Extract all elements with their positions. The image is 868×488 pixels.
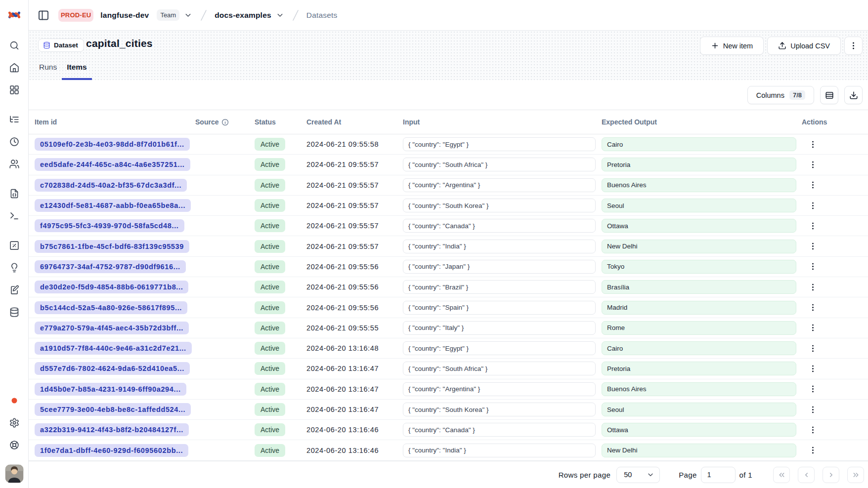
- row-height-button[interactable]: [820, 86, 838, 104]
- item-id-pill[interactable]: c702838d-24d5-40a2-bf35-67dc3a3df...: [35, 179, 187, 192]
- users-icon[interactable]: [9, 159, 19, 169]
- breadcrumb-section[interactable]: Datasets: [306, 11, 338, 20]
- annotation-pen-icon[interactable]: [9, 285, 19, 295]
- expected-output-cell[interactable]: Seoul: [602, 199, 796, 212]
- expected-output-cell[interactable]: Buenos Aires: [602, 178, 796, 192]
- row-actions-kebab-button[interactable]: [806, 423, 819, 436]
- breadcrumb-project-name[interactable]: docs-examples: [215, 11, 271, 20]
- expected-output-cell[interactable]: Brasília: [602, 280, 796, 294]
- item-id-pill[interactable]: f4975c95-5fc3-4939-970d-58fa5cd48...: [35, 219, 184, 232]
- expected-output-cell[interactable]: Seoul: [602, 403, 796, 416]
- datasets-database-icon[interactable]: [9, 307, 19, 318]
- header-kebab-menu-button[interactable]: [844, 37, 863, 55]
- item-id-pill[interactable]: a1910d57-7f84-440c-9e46-a31c2d7e21...: [35, 342, 192, 355]
- playground-terminal-icon[interactable]: [9, 211, 19, 221]
- input-cell[interactable]: { "country": "Argentina" }: [403, 178, 596, 192]
- item-id-pill[interactable]: a322b319-9412-4f43-b8f2-b20484127f...: [35, 423, 189, 436]
- item-id-pill[interactable]: de30d2e0-f5d9-4854-88b6-0619771b8...: [35, 281, 188, 293]
- new-item-button[interactable]: New item: [700, 37, 764, 55]
- item-id-pill[interactable]: d557e7d6-7802-4624-9da6-52d410ea5...: [35, 362, 190, 375]
- previous-page-button[interactable]: [798, 467, 815, 483]
- row-actions-kebab-button[interactable]: [806, 199, 819, 212]
- first-page-button[interactable]: [773, 467, 790, 483]
- item-id-pill[interactable]: e779a270-579a-4f45-aec4-35b72d3bff...: [35, 322, 189, 334]
- evaluation-icon[interactable]: [9, 241, 19, 251]
- dashboard-icon[interactable]: [9, 85, 19, 95]
- row-actions-kebab-button[interactable]: [806, 260, 819, 273]
- row-actions-kebab-button[interactable]: [806, 240, 819, 253]
- col-header-status[interactable]: Status: [255, 118, 306, 126]
- row-actions-kebab-button[interactable]: [806, 342, 819, 355]
- item-id-pill[interactable]: b5c144cd-52a5-4a80-926e-58617f895...: [35, 301, 187, 314]
- expected-output-cell[interactable]: Pretoria: [602, 362, 796, 375]
- row-actions-kebab-button[interactable]: [806, 138, 819, 151]
- next-page-button[interactable]: [823, 467, 839, 483]
- col-header-source[interactable]: Source: [195, 118, 255, 126]
- input-cell[interactable]: { "country": "Spain" }: [403, 301, 596, 315]
- row-actions-kebab-button[interactable]: [806, 301, 819, 314]
- item-id-pill[interactable]: 1d45b0e7-b85a-4231-9149-6ff90a294...: [35, 383, 186, 396]
- input-cell[interactable]: { "country": "India" }: [403, 444, 596, 457]
- project-switcher-chevron-icon[interactable]: [276, 11, 284, 19]
- col-header-item-id[interactable]: Item id: [35, 118, 195, 126]
- item-id-pill[interactable]: 05109ef0-2e3b-4e03-98dd-8f7d01b61f...: [35, 138, 190, 151]
- expected-output-cell[interactable]: Ottawa: [602, 423, 796, 437]
- breadcrumb-org-name[interactable]: langfuse-dev: [100, 11, 149, 20]
- row-actions-kebab-button[interactable]: [806, 158, 819, 171]
- item-id-pill[interactable]: 5cee7779-3e00-4eb8-be8c-1affedd524...: [35, 403, 191, 416]
- item-id-pill[interactable]: 1f0e7da1-dbff-4e60-929d-f6095602bb...: [35, 444, 188, 457]
- input-cell[interactable]: { "country": "Egypt" }: [403, 341, 596, 355]
- sidebar-toggle-icon[interactable]: [38, 9, 49, 21]
- expected-output-cell[interactable]: Cairo: [602, 341, 796, 355]
- last-page-button[interactable]: [847, 467, 864, 483]
- item-id-pill[interactable]: eed5dafe-244f-465c-a84c-4a6e357251...: [35, 158, 190, 171]
- input-cell[interactable]: { "country": "India" }: [403, 240, 596, 253]
- item-id-pill[interactable]: b75c7861-1fbe-45cf-bdf6-83f139c95539: [35, 240, 189, 253]
- tab-items[interactable]: Items: [62, 61, 92, 80]
- row-actions-kebab-button[interactable]: [806, 383, 819, 396]
- expected-output-cell[interactable]: Tokyo: [602, 260, 796, 274]
- row-actions-kebab-button[interactable]: [806, 403, 819, 416]
- row-actions-kebab-button[interactable]: [806, 322, 819, 334]
- item-id-pill[interactable]: e12430df-5e81-4687-aabb-f0ea65be8a...: [35, 199, 191, 212]
- col-header-created-at[interactable]: Created At: [306, 118, 403, 126]
- input-cell[interactable]: { "country": "Canada" }: [403, 219, 596, 233]
- sessions-clock-icon[interactable]: [9, 137, 19, 147]
- input-cell[interactable]: { "country": "South Africa" }: [403, 362, 596, 375]
- expected-output-cell[interactable]: New Delhi: [602, 240, 796, 253]
- row-actions-kebab-button[interactable]: [806, 362, 819, 375]
- settings-gear-icon[interactable]: [9, 418, 19, 428]
- support-lifebuoy-icon[interactable]: [9, 440, 19, 450]
- tracing-icon[interactable]: [9, 115, 19, 125]
- input-cell[interactable]: { "country": "South Korea" }: [403, 403, 596, 416]
- row-actions-kebab-button[interactable]: [806, 219, 819, 232]
- tab-runs[interactable]: Runs: [34, 61, 62, 80]
- col-header-expected-output[interactable]: Expected Output: [602, 118, 802, 126]
- row-actions-kebab-button[interactable]: [806, 444, 819, 457]
- notification-dot[interactable]: [11, 398, 17, 404]
- columns-button[interactable]: Columns 7/8: [747, 86, 814, 104]
- prompts-file-icon[interactable]: [9, 189, 19, 199]
- expected-output-cell[interactable]: New Delhi: [602, 444, 796, 457]
- input-cell[interactable]: { "country": "Egypt" }: [403, 137, 596, 151]
- langfuse-logo-icon[interactable]: [7, 9, 21, 21]
- input-cell[interactable]: { "country": "Argentina" }: [403, 382, 596, 396]
- search-icon[interactable]: [9, 41, 19, 51]
- insights-lightbulb-icon[interactable]: [9, 263, 19, 273]
- expected-output-cell[interactable]: Buenos Aires: [602, 382, 796, 396]
- user-avatar[interactable]: [5, 465, 23, 483]
- rows-per-page-select[interactable]: 50: [616, 467, 660, 483]
- input-cell[interactable]: { "country": "South Korea" }: [403, 199, 596, 212]
- item-id-pill[interactable]: 69764737-34af-4752-9787-d90df9616...: [35, 260, 186, 273]
- input-cell[interactable]: { "country": "Canada" }: [403, 423, 596, 437]
- input-cell[interactable]: { "country": "Japan" }: [403, 260, 596, 274]
- col-header-input[interactable]: Input: [403, 118, 602, 126]
- row-actions-kebab-button[interactable]: [806, 281, 819, 293]
- expected-output-cell[interactable]: Pretoria: [602, 158, 796, 171]
- org-switcher-chevron-icon[interactable]: [184, 11, 192, 19]
- expected-output-cell[interactable]: Cairo: [602, 137, 796, 151]
- input-cell[interactable]: { "country": "Brazil" }: [403, 280, 596, 294]
- export-download-button[interactable]: [844, 86, 863, 104]
- row-actions-kebab-button[interactable]: [806, 179, 819, 192]
- page-number-input[interactable]: [701, 467, 736, 483]
